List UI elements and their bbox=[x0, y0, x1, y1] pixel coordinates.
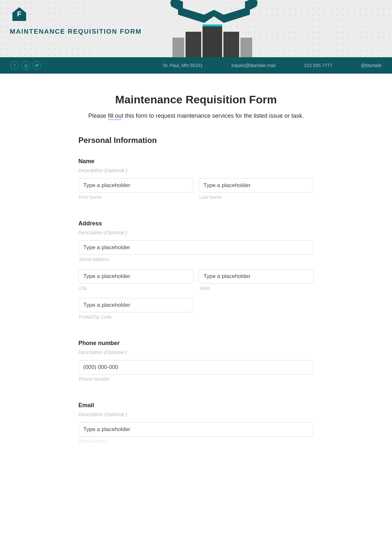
social-links: f ◎ bbox=[10, 61, 41, 70]
contact-handle: @titantale bbox=[361, 63, 382, 68]
city-sublabel: City bbox=[79, 286, 193, 291]
form-title: Maintenance Requisition Form bbox=[78, 93, 314, 106]
name-desc: Description (Optional ) bbox=[78, 167, 314, 173]
email-desc: Description (Optional ) bbox=[78, 411, 314, 417]
email-sublabel: Email Address bbox=[79, 439, 314, 444]
intro-text-after: t this form to request maintenance servi… bbox=[122, 113, 303, 119]
last-name-sublabel: Last Name bbox=[199, 195, 314, 200]
zip-sublabel: Postal/Zip Code bbox=[79, 314, 193, 320]
first-name-input[interactable] bbox=[78, 178, 193, 193]
state-sublabel: State bbox=[199, 286, 314, 291]
first-name-sublabel: First Name bbox=[79, 195, 193, 200]
instagram-icon[interactable]: ◎ bbox=[22, 61, 30, 70]
phone-label: Phone number bbox=[78, 340, 314, 347]
intro-text: Please bbox=[88, 113, 108, 119]
city-input[interactable] bbox=[78, 269, 193, 284]
contact-bar: f ◎ St. Paul, MN 55101 inquire@titantale… bbox=[0, 57, 392, 74]
form-intro: Please fill out this form to request mai… bbox=[78, 113, 314, 119]
contact-address: St. Paul, MN 55101 bbox=[163, 63, 203, 68]
name-label: Name bbox=[78, 158, 314, 165]
field-email: Email Description (Optional ) Email Addr… bbox=[78, 402, 314, 448]
state-input[interactable] bbox=[199, 269, 314, 284]
phone-input[interactable] bbox=[78, 360, 314, 374]
last-name-input[interactable] bbox=[199, 178, 314, 193]
form-container: Maintenance Requisition Form Please fill… bbox=[72, 93, 320, 464]
address-desc: Description (Optional ) bbox=[78, 230, 314, 235]
logo-icon: F bbox=[12, 7, 26, 21]
contact-phone: 222 555 7777 bbox=[304, 63, 332, 68]
section-personal-info: Personal Information bbox=[78, 136, 314, 145]
street-sublabel: Street Address bbox=[79, 257, 314, 262]
contact-email: inquire@titantale.mail bbox=[231, 63, 275, 68]
field-address: Address Description (Optional ) Street A… bbox=[78, 220, 314, 324]
hero-banner: F MAINTENANCE REQUISITION FORM bbox=[0, 0, 392, 57]
facebook-icon[interactable]: f bbox=[10, 61, 19, 70]
phone-sublabel: Phone Number bbox=[79, 376, 314, 382]
company-logo: F bbox=[12, 7, 26, 21]
phone-desc: Description (Optional ) bbox=[78, 349, 314, 355]
street-input[interactable] bbox=[78, 240, 314, 255]
email-label: Email bbox=[78, 402, 314, 409]
email-input[interactable] bbox=[78, 422, 314, 437]
address-label: Address bbox=[78, 220, 314, 227]
intro-underline: fill ou bbox=[108, 113, 122, 120]
hero-title: MAINTENANCE REQUISITION FORM bbox=[10, 28, 142, 35]
twitter-icon[interactable] bbox=[33, 61, 41, 70]
field-phone: Phone number Description (Optional ) Pho… bbox=[78, 340, 314, 386]
field-name: Name Description (Optional ) First Name … bbox=[78, 158, 314, 204]
wrench-icon bbox=[165, 0, 263, 23]
zip-input[interactable] bbox=[78, 298, 193, 312]
building-illustration bbox=[170, 21, 255, 57]
